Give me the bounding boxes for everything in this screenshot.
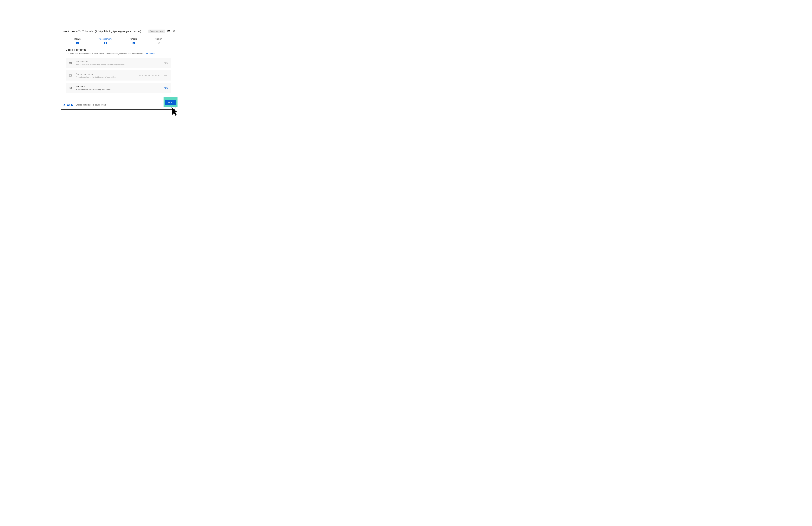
section-desc-text: Use cards and an end screen to show view…: [66, 53, 145, 55]
stepper: Details Video elements Checks Visibility: [61, 35, 175, 44]
step-label: Details: [74, 38, 81, 40]
section-title: Video elements: [66, 48, 171, 52]
step-checks[interactable]: Checks: [130, 38, 137, 44]
learn-more-link[interactable]: Learn more: [145, 53, 155, 55]
import-from-video-button: IMPORT FROM VIDEO: [139, 74, 161, 77]
cards-card: Add cards Promote related content during…: [66, 83, 171, 93]
add-subtitles-button: ADD: [164, 62, 168, 64]
upload-icon[interactable]: [63, 104, 66, 106]
footer-status-text: Checks complete. No issues found.: [76, 104, 165, 106]
step-label: Video elements: [99, 38, 113, 40]
card-subtitle: Promote related content during your vide…: [76, 88, 164, 90]
card-body: Add subtitles Reach a broader audience b…: [76, 60, 164, 65]
endscreen-card: Add an end screen Promote related conten…: [66, 70, 171, 81]
video-title: How to post a YouTube video (& 10 publis…: [61, 30, 148, 33]
section-description: Use cards and an end screen to show view…: [66, 53, 171, 55]
card-subtitle: Reach a broader audience by adding subti…: [76, 63, 164, 65]
step-label: Checks: [130, 38, 137, 40]
next-button[interactable]: NEXT: [165, 100, 176, 105]
close-icon[interactable]: [173, 30, 175, 33]
step-dot-done: [76, 42, 79, 44]
hd-badge-icon: HD: [67, 104, 70, 106]
upload-dialog: How to post a YouTube video (& 10 publis…: [61, 28, 175, 109]
step-details[interactable]: Details: [74, 38, 81, 44]
subtitles-card: Add subtitles Reach a broader audience b…: [66, 58, 171, 68]
step-video-elements[interactable]: Video elements: [99, 38, 113, 44]
svg-rect-1: [70, 75, 70, 76]
step-dot-active: [104, 42, 107, 44]
svg-rect-3: [70, 88, 71, 89]
check-complete-icon: [71, 104, 73, 106]
footer-status-icons: HD: [63, 104, 73, 106]
svg-line-6: [171, 107, 172, 108]
card-title: Add subtitles: [76, 60, 164, 63]
feedback-icon[interactable]: [167, 30, 170, 33]
card-title: Add cards: [76, 85, 164, 88]
cursor-click-annotation: [170, 105, 179, 117]
add-cards-button[interactable]: ADD: [164, 87, 168, 89]
info-icon: [69, 86, 72, 90]
save-status-chip: Saved as private: [148, 30, 165, 33]
dialog-header: How to post a YouTube video (& 10 publis…: [61, 28, 175, 35]
step-label: Visibility: [155, 38, 162, 40]
svg-line-8: [174, 107, 176, 108]
step-visibility[interactable]: Visibility: [155, 38, 162, 44]
dialog-footer: HD Checks complete. No issues found. BAC: [61, 100, 175, 109]
step-dot-done: [132, 42, 135, 44]
subtitles-icon: [69, 61, 72, 65]
svg-rect-4: [70, 87, 71, 88]
step-dot-future: [158, 42, 160, 44]
card-title: Add an end screen: [76, 73, 139, 75]
add-endscreen-button: ADD: [164, 74, 168, 77]
content-area: Video elements Use cards and an end scre…: [61, 44, 175, 100]
card-subtitle: Promote related content at the end of yo…: [76, 76, 139, 78]
card-body: Add an end screen Promote related conten…: [76, 73, 139, 78]
card-body: Add cards Promote related content during…: [76, 85, 164, 90]
endscreen-icon: [69, 74, 72, 77]
